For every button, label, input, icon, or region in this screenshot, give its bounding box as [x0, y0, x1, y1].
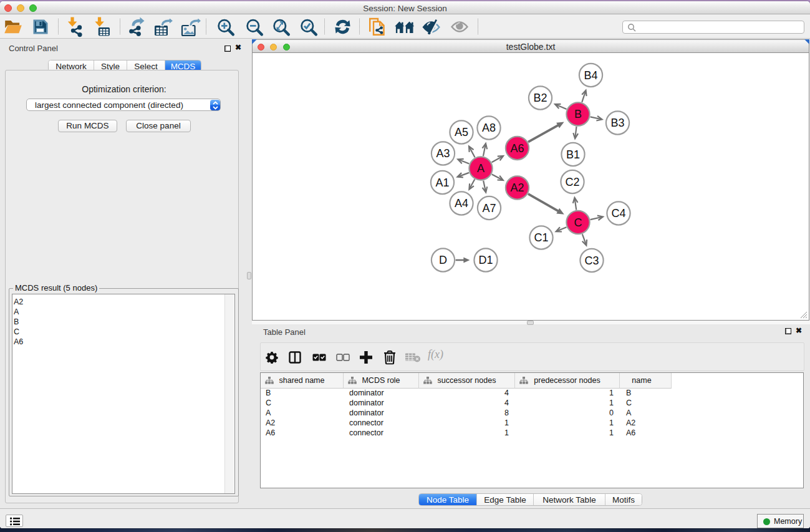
result-scrollbar[interactable]: [224, 294, 234, 493]
zoom-selected-icon[interactable]: [297, 16, 319, 37]
edge-A-A2[interactable]: [492, 174, 503, 180]
horizontal-splitter-handle[interactable]: [527, 321, 534, 325]
tab-edge-table[interactable]: Edge Table: [477, 494, 534, 505]
open-session-icon[interactable]: [2, 16, 24, 37]
deselect-all-icon[interactable]: [334, 349, 352, 366]
split-columns-icon[interactable]: [286, 349, 304, 366]
node-A6[interactable]: A6: [506, 137, 529, 160]
edge-A-A6[interactable]: [492, 156, 504, 162]
task-history-button[interactable]: [6, 515, 23, 527]
mcds-result-list[interactable]: A2ABCA6: [12, 294, 235, 494]
add-column-icon[interactable]: [357, 349, 375, 366]
edge-A-A3[interactable]: [458, 159, 469, 164]
vertical-splitter-handle[interactable]: [247, 272, 251, 279]
edge-D-D1[interactable]: [456, 258, 470, 263]
node-B4[interactable]: B4: [579, 64, 602, 87]
result-item[interactable]: A: [14, 307, 23, 317]
table-row[interactable]: A6connector11A6: [261, 428, 803, 438]
node-C3[interactable]: C3: [580, 249, 603, 272]
node-A8[interactable]: A8: [477, 116, 500, 139]
edge-A-A7[interactable]: [483, 181, 488, 193]
result-item[interactable]: A6: [14, 337, 23, 347]
table-row[interactable]: Cdominator41C: [261, 398, 803, 408]
edge-A6-B[interactable]: [528, 122, 564, 142]
table-row[interactable]: Adominator80A: [261, 408, 803, 418]
save-session-icon[interactable]: [29, 16, 52, 37]
refresh-icon[interactable]: [331, 16, 354, 37]
table-panel-float-icon[interactable]: [785, 328, 791, 334]
node-C1[interactable]: C1: [529, 226, 552, 249]
node-B3[interactable]: B3: [606, 111, 629, 134]
home-layout-icon[interactable]: [393, 16, 415, 37]
node-C2[interactable]: C2: [561, 170, 584, 193]
column-header-MCDS-role[interactable]: MCDS role: [344, 373, 419, 389]
edge-B-B4[interactable]: [582, 90, 586, 102]
node-A[interactable]: A: [469, 157, 492, 180]
control-panel-float-icon[interactable]: [224, 46, 231, 52]
table-row[interactable]: A2connector11A2: [261, 418, 803, 428]
column-header-predecessor-nodes[interactable]: predecessor nodes: [515, 373, 620, 389]
edge-B-B2[interactable]: [555, 104, 567, 109]
node-A4[interactable]: A4: [450, 191, 473, 215]
hide-selected-icon[interactable]: [420, 16, 443, 37]
import-table-icon[interactable]: [91, 16, 113, 37]
resize-grip-icon[interactable]: [798, 309, 808, 319]
tab-node-table[interactable]: Node Table: [419, 494, 477, 505]
node-A1[interactable]: A1: [431, 171, 454, 194]
node-C[interactable]: C: [566, 211, 589, 234]
zoom-in-icon[interactable]: [214, 16, 236, 37]
edge-C-C3[interactable]: [582, 234, 587, 245]
result-item[interactable]: A2: [14, 297, 23, 307]
node-D[interactable]: D: [432, 248, 455, 271]
column-header-shared-name[interactable]: shared name: [261, 373, 344, 389]
select-all-icon[interactable]: [310, 349, 329, 366]
result-item[interactable]: B: [14, 317, 23, 327]
edge-A-A8[interactable]: [482, 143, 487, 156]
edge-C-C4[interactable]: [591, 216, 603, 221]
node-B2[interactable]: B2: [529, 86, 552, 109]
node-D1[interactable]: D1: [474, 248, 497, 271]
table-panel-close-icon[interactable]: ✖: [796, 326, 802, 335]
node-A2[interactable]: A2: [506, 176, 529, 199]
optimization-criterion-select[interactable]: largest connected component (directed): [26, 99, 221, 111]
table-row[interactable]: Bdominator41B: [261, 388, 803, 398]
node-B1[interactable]: B1: [561, 143, 584, 166]
close-panel-button[interactable]: Close panel: [126, 120, 191, 132]
memory-indicator[interactable]: Memory: [757, 514, 804, 528]
zoom-fit-icon[interactable]: [269, 16, 292, 37]
node-A3[interactable]: A3: [432, 142, 455, 165]
network-canvas[interactable]: AA6A2BCA5A8A3A1A4A7B2B4B3B1C2C4C1C3DD1: [253, 54, 809, 320]
export-image-icon[interactable]: [179, 16, 201, 37]
control-panel-close-icon[interactable]: ✖: [235, 43, 241, 52]
edge-B-B3[interactable]: [591, 116, 602, 121]
run-mcds-button[interactable]: Run MCDS: [58, 120, 117, 132]
node-table[interactable]: shared nameMCDS rolesuccessor nodesprede…: [260, 372, 804, 488]
edge-B-B1[interactable]: [573, 127, 578, 138]
import-network-icon[interactable]: [64, 16, 86, 37]
tab-motifs[interactable]: Motifs: [605, 494, 642, 505]
network-window-titlebar[interactable]: testGlobe.txt: [253, 40, 809, 53]
result-item[interactable]: C: [14, 327, 23, 337]
edge-A-A1[interactable]: [458, 173, 470, 178]
zoom-out-icon[interactable]: [243, 16, 265, 37]
column-header-successor-nodes[interactable]: successor nodes: [419, 373, 515, 389]
delete-table-icon[interactable]: [403, 349, 422, 366]
edge-C-C2[interactable]: [573, 198, 578, 210]
column-header-name[interactable]: name: [620, 373, 672, 389]
export-network-icon[interactable]: [125, 16, 148, 37]
edge-A-A5[interactable]: [469, 147, 475, 158]
export-table-icon[interactable]: [152, 16, 174, 37]
clone-network-icon[interactable]: [366, 16, 388, 37]
function-builder-icon[interactable]: f(x): [428, 348, 443, 361]
show-all-icon[interactable]: [448, 16, 471, 37]
node-A5[interactable]: A5: [450, 120, 473, 143]
tab-network-table[interactable]: Network Table: [534, 494, 605, 505]
edge-A-A4[interactable]: [469, 180, 475, 190]
edge-C-C1[interactable]: [556, 227, 567, 231]
delete-column-icon[interactable]: [380, 349, 399, 366]
edge-A2-C[interactable]: [528, 194, 564, 215]
node-C4[interactable]: C4: [607, 201, 630, 225]
node-B[interactable]: B: [566, 102, 589, 125]
search-input[interactable]: [622, 21, 804, 34]
table-settings-icon[interactable]: [263, 349, 281, 366]
